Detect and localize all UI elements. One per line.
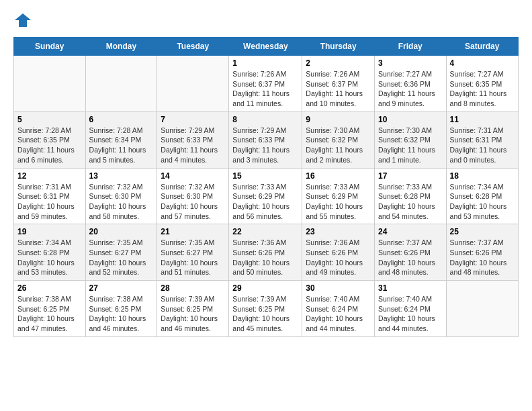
day-number: 19	[17, 227, 82, 236]
day-number: 25	[450, 227, 515, 236]
day-number: 12	[17, 171, 82, 181]
calendar-cell: 20Sunrise: 7:35 AM Sunset: 6:27 PM Dayli…	[85, 224, 157, 281]
day-info: Sunrise: 7:37 AM Sunset: 6:26 PM Dayligh…	[378, 238, 443, 277]
day-number: 7	[161, 115, 225, 124]
day-number: 8	[232, 115, 298, 124]
day-number: 22	[232, 227, 298, 236]
day-number: 16	[306, 171, 371, 181]
day-info: Sunrise: 7:38 AM Sunset: 6:25 PM Dayligh…	[17, 294, 82, 334]
calendar-cell: 23Sunrise: 7:36 AM Sunset: 6:26 PM Dayli…	[302, 224, 375, 281]
day-info: Sunrise: 7:33 AM Sunset: 6:28 PM Dayligh…	[378, 182, 443, 222]
day-info: Sunrise: 7:39 AM Sunset: 6:25 PM Dayligh…	[232, 294, 298, 334]
day-info: Sunrise: 7:26 AM Sunset: 6:37 PM Dayligh…	[306, 69, 371, 109]
day-info: Sunrise: 7:33 AM Sunset: 6:29 PM Dayligh…	[232, 182, 298, 222]
calendar-cell	[157, 56, 229, 112]
calendar-cell: 22Sunrise: 7:36 AM Sunset: 6:26 PM Dayli…	[229, 224, 302, 281]
day-info: Sunrise: 7:40 AM Sunset: 6:24 PM Dayligh…	[378, 294, 443, 334]
day-number: 10	[378, 115, 443, 124]
calendar-cell: 12Sunrise: 7:31 AM Sunset: 6:31 PM Dayli…	[14, 168, 86, 224]
calendar-cell: 2Sunrise: 7:26 AM Sunset: 6:37 PM Daylig…	[302, 56, 375, 112]
calendar-cell: 5Sunrise: 7:28 AM Sunset: 6:35 PM Daylig…	[14, 111, 86, 168]
day-number: 15	[232, 171, 298, 181]
calendar-cell: 8Sunrise: 7:29 AM Sunset: 6:33 PM Daylig…	[229, 111, 302, 168]
calendar-cell: 13Sunrise: 7:32 AM Sunset: 6:30 PM Dayli…	[85, 168, 157, 224]
calendar-cell: 3Sunrise: 7:27 AM Sunset: 6:36 PM Daylig…	[375, 56, 447, 112]
day-info: Sunrise: 7:27 AM Sunset: 6:36 PM Dayligh…	[378, 69, 443, 109]
day-number: 31	[378, 283, 443, 293]
calendar-cell: 30Sunrise: 7:40 AM Sunset: 6:24 PM Dayli…	[302, 281, 375, 337]
calendar-cell: 15Sunrise: 7:33 AM Sunset: 6:29 PM Dayli…	[229, 168, 302, 224]
col-header-tuesday: Tuesday	[157, 38, 229, 56]
calendar-cell: 16Sunrise: 7:33 AM Sunset: 6:29 PM Dayli…	[302, 168, 375, 224]
day-number: 26	[17, 283, 82, 293]
day-info: Sunrise: 7:34 AM Sunset: 6:28 PM Dayligh…	[17, 238, 82, 277]
calendar-cell	[446, 281, 518, 337]
calendar-cell: 14Sunrise: 7:32 AM Sunset: 6:30 PM Dayli…	[157, 168, 229, 224]
day-number: 24	[378, 227, 443, 236]
calendar-cell	[14, 56, 86, 112]
calendar-cell: 4Sunrise: 7:27 AM Sunset: 6:35 PM Daylig…	[446, 56, 518, 112]
day-number: 17	[378, 171, 443, 181]
day-number: 27	[89, 283, 154, 293]
logo	[13, 13, 32, 30]
day-info: Sunrise: 7:38 AM Sunset: 6:25 PM Dayligh…	[89, 294, 154, 334]
day-number: 1	[232, 58, 298, 68]
day-number: 30	[306, 283, 371, 293]
day-number: 29	[232, 283, 298, 293]
day-number: 11	[450, 115, 515, 124]
day-info: Sunrise: 7:31 AM Sunset: 6:31 PM Dayligh…	[17, 182, 82, 222]
col-header-wednesday: Wednesday	[229, 38, 302, 56]
header	[13, 13, 519, 30]
day-info: Sunrise: 7:35 AM Sunset: 6:27 PM Dayligh…	[89, 238, 154, 277]
day-info: Sunrise: 7:37 AM Sunset: 6:26 PM Dayligh…	[450, 238, 515, 277]
day-info: Sunrise: 7:29 AM Sunset: 6:33 PM Dayligh…	[161, 126, 225, 165]
day-number: 21	[161, 227, 225, 236]
calendar-cell: 29Sunrise: 7:39 AM Sunset: 6:25 PM Dayli…	[229, 281, 302, 337]
day-info: Sunrise: 7:40 AM Sunset: 6:24 PM Dayligh…	[306, 294, 371, 334]
calendar-cell: 24Sunrise: 7:37 AM Sunset: 6:26 PM Dayli…	[375, 224, 447, 281]
day-info: Sunrise: 7:27 AM Sunset: 6:35 PM Dayligh…	[450, 69, 515, 109]
day-info: Sunrise: 7:30 AM Sunset: 6:32 PM Dayligh…	[378, 126, 443, 165]
day-info: Sunrise: 7:36 AM Sunset: 6:26 PM Dayligh…	[232, 238, 298, 277]
calendar-cell: 1Sunrise: 7:26 AM Sunset: 6:37 PM Daylig…	[229, 56, 302, 112]
svg-marker-0	[15, 13, 31, 27]
day-info: Sunrise: 7:32 AM Sunset: 6:30 PM Dayligh…	[89, 182, 154, 222]
logo-icon	[15, 13, 31, 27]
calendar-cell: 28Sunrise: 7:39 AM Sunset: 6:25 PM Dayli…	[157, 281, 229, 337]
day-info: Sunrise: 7:31 AM Sunset: 6:31 PM Dayligh…	[450, 126, 515, 165]
calendar-cell: 7Sunrise: 7:29 AM Sunset: 6:33 PM Daylig…	[157, 111, 229, 168]
day-info: Sunrise: 7:30 AM Sunset: 6:32 PM Dayligh…	[306, 126, 371, 165]
day-number: 3	[378, 58, 443, 68]
col-header-sunday: Sunday	[14, 38, 86, 56]
col-header-thursday: Thursday	[302, 38, 375, 56]
day-number: 2	[306, 58, 371, 68]
day-info: Sunrise: 7:29 AM Sunset: 6:33 PM Dayligh…	[232, 126, 298, 165]
col-header-monday: Monday	[85, 38, 157, 56]
day-info: Sunrise: 7:26 AM Sunset: 6:37 PM Dayligh…	[232, 69, 298, 109]
day-info: Sunrise: 7:32 AM Sunset: 6:30 PM Dayligh…	[161, 182, 225, 222]
day-number: 28	[161, 283, 225, 293]
calendar-cell: 25Sunrise: 7:37 AM Sunset: 6:26 PM Dayli…	[446, 224, 518, 281]
day-info: Sunrise: 7:28 AM Sunset: 6:34 PM Dayligh…	[89, 126, 154, 165]
col-header-saturday: Saturday	[446, 38, 518, 56]
day-number: 9	[306, 115, 371, 124]
calendar-cell: 21Sunrise: 7:35 AM Sunset: 6:27 PM Dayli…	[157, 224, 229, 281]
day-number: 13	[89, 171, 154, 181]
calendar-cell: 26Sunrise: 7:38 AM Sunset: 6:25 PM Dayli…	[14, 281, 86, 337]
calendar-cell: 18Sunrise: 7:34 AM Sunset: 6:28 PM Dayli…	[446, 168, 518, 224]
calendar-cell: 17Sunrise: 7:33 AM Sunset: 6:28 PM Dayli…	[375, 168, 447, 224]
day-number: 14	[161, 171, 225, 181]
day-info: Sunrise: 7:28 AM Sunset: 6:35 PM Dayligh…	[17, 126, 82, 165]
day-number: 18	[450, 171, 515, 181]
day-info: Sunrise: 7:33 AM Sunset: 6:29 PM Dayligh…	[306, 182, 371, 222]
calendar-cell: 27Sunrise: 7:38 AM Sunset: 6:25 PM Dayli…	[85, 281, 157, 337]
day-info: Sunrise: 7:36 AM Sunset: 6:26 PM Dayligh…	[306, 238, 371, 277]
day-info: Sunrise: 7:35 AM Sunset: 6:27 PM Dayligh…	[161, 238, 225, 277]
calendar-cell: 9Sunrise: 7:30 AM Sunset: 6:32 PM Daylig…	[302, 111, 375, 168]
day-number: 6	[89, 115, 154, 124]
calendar-cell: 19Sunrise: 7:34 AM Sunset: 6:28 PM Dayli…	[14, 224, 86, 281]
day-number: 5	[17, 115, 82, 124]
calendar-table: SundayMondayTuesdayWednesdayThursdayFrid…	[13, 37, 519, 337]
calendar-cell: 6Sunrise: 7:28 AM Sunset: 6:34 PM Daylig…	[85, 111, 157, 168]
calendar-cell: 31Sunrise: 7:40 AM Sunset: 6:24 PM Dayli…	[375, 281, 447, 337]
